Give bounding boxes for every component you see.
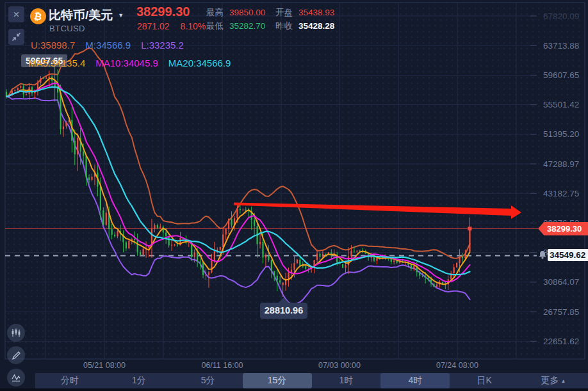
timeframe-button-5[interactable]: 4时 xyxy=(380,373,450,388)
change-value: 2871.02 xyxy=(137,21,170,31)
change-percent: 8.10% xyxy=(181,21,206,31)
timeframe-label: 15分 xyxy=(268,375,287,387)
boll-lower-value: L:33235.2 xyxy=(141,40,184,51)
last-price-tag: 38299.30 xyxy=(538,222,588,235)
timeframe-button-6[interactable]: 日K xyxy=(450,373,519,388)
indicator-tool-icon xyxy=(11,373,21,382)
btc-logo-icon: ₿ xyxy=(30,8,46,24)
timeframe-toolbar: 分时1分5分15分1时4时日K更多▲ xyxy=(35,373,588,388)
collapse-icon xyxy=(12,32,21,42)
chart-type-tool-button[interactable] xyxy=(7,324,25,342)
bell-icon xyxy=(537,250,548,260)
ma10-value: MA10:34045.9 xyxy=(95,58,158,68)
timeframe-button-0[interactable]: 分时 xyxy=(35,373,104,388)
stat-prev-close: 昨收35428.28 xyxy=(275,20,334,32)
chevron-down-icon: ▼ xyxy=(118,12,124,19)
stat-open: 开盘35438.93 xyxy=(275,7,334,19)
last-price: 38299.30 xyxy=(136,4,190,19)
x-axis-label: 06/11 16:00 xyxy=(201,361,243,370)
timeframe-button-7[interactable]: 更多▲ xyxy=(519,373,588,388)
y-axis-label: 22651.62 xyxy=(543,337,579,346)
close-button[interactable]: × xyxy=(8,6,24,22)
x-axis-label: 07/24 08:00 xyxy=(436,361,478,370)
y-axis-label: 30864.07 xyxy=(543,277,579,287)
symbol-code: BTCUSD xyxy=(49,24,85,33)
collapse-button[interactable] xyxy=(8,29,24,45)
timeframe-button-4[interactable]: 1时 xyxy=(312,373,381,388)
timeframe-button-2[interactable]: 5分 xyxy=(174,373,243,388)
timeframe-label: 日K xyxy=(477,375,492,387)
indicator-panel-button[interactable] xyxy=(7,369,25,387)
boll-upper-value: U:35898.7 xyxy=(31,40,75,51)
more-caret-icon: ▲ xyxy=(561,378,566,384)
timeframe-button-3[interactable]: 15分 xyxy=(243,373,312,388)
timeframe-label: 4时 xyxy=(408,375,422,387)
boll-indicator-legend: U:35898.7 M:34566.9 L:33235.2 xyxy=(31,40,184,51)
boll-middle-value: M:34566.9 xyxy=(85,40,131,51)
y-axis-label: 51395.20 xyxy=(543,129,579,139)
low-price-tooltip: 28810.96 xyxy=(260,303,307,319)
close-icon: × xyxy=(13,9,20,20)
stat-high: 最高39850.00 xyxy=(206,7,265,19)
symbol-selector[interactable]: 比特币/美元 ▼ xyxy=(49,7,124,24)
timeframe-button-1[interactable]: 1分 xyxy=(104,373,174,388)
candlestick-tool-icon xyxy=(11,328,21,337)
ma-indicator-legend: MA5:34135.4 MA10:34045.9 MA20:34566.9 xyxy=(28,58,231,68)
alert-price-value: 34549.62 xyxy=(548,249,588,261)
y-axis-label: 26757.85 xyxy=(543,307,579,317)
stat-low: 最低35282.70 xyxy=(206,20,265,32)
timeframe-label: 更多 xyxy=(541,375,559,387)
y-axis-label: 55501.42 xyxy=(543,100,579,109)
draw-tool-icon xyxy=(12,351,21,360)
ma20-value: MA20:34566.9 xyxy=(168,58,231,68)
price-alert-tag[interactable]: 34549.62 xyxy=(537,249,588,261)
y-axis-label: 63713.88 xyxy=(543,41,579,51)
y-axis-label: 59607.65 xyxy=(543,70,579,80)
trading-app-window: 67820.0963713.8859607.6555501.4251395.20… xyxy=(0,0,588,391)
y-axis-label: 43182.75 xyxy=(543,189,579,198)
timeframe-label: 1分 xyxy=(132,375,146,387)
y-axis-label: 47288.97 xyxy=(543,159,579,169)
timeframe-label: 5分 xyxy=(201,375,215,387)
y-axis-label: 67820.09 xyxy=(543,12,579,21)
timeframe-label: 分时 xyxy=(61,375,79,387)
price-cross-dot xyxy=(468,227,471,230)
timeframe-label: 1时 xyxy=(339,375,354,387)
ma5-value: MA5:34135.4 xyxy=(28,58,85,68)
price-change: 2871.02 8.10% xyxy=(137,21,206,31)
x-axis-label: 05/21 08:00 xyxy=(83,361,126,370)
bottom-edge-strip xyxy=(0,388,588,391)
draw-tool-button[interactable] xyxy=(7,346,25,364)
x-axis-label: 07/03 00:00 xyxy=(318,361,361,370)
page-title: 比特币/美元 xyxy=(49,7,113,24)
